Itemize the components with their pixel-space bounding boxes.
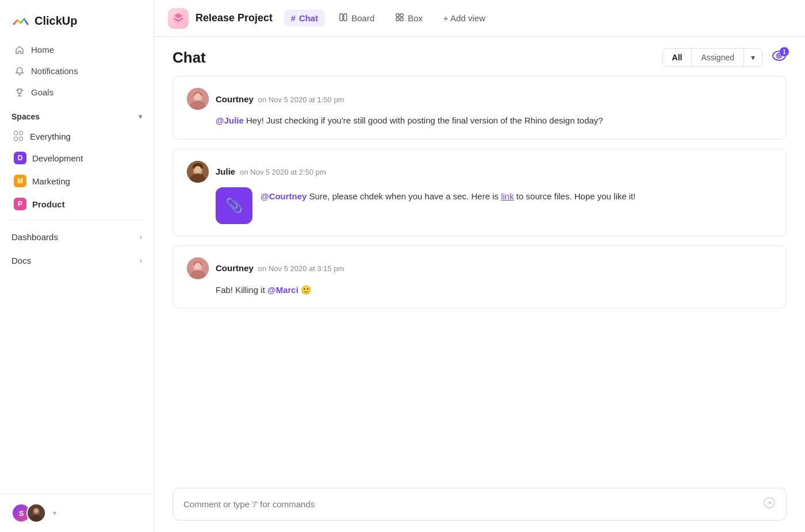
watch-button[interactable]: 1 bbox=[772, 49, 787, 65]
bell-icon bbox=[14, 67, 25, 76]
sidebar-item-home-label: Home bbox=[31, 45, 54, 55]
sidebar-item-notifications-label: Notifications bbox=[31, 66, 78, 76]
docs-chevron-icon: › bbox=[140, 256, 142, 265]
svg-point-2 bbox=[31, 515, 41, 522]
product-icon: P bbox=[14, 198, 26, 210]
message-3-text-part1: Fab! Killing it bbox=[216, 285, 267, 295]
message-1-header: Courtney on Nov 5 2020 at 1:50 pm bbox=[187, 88, 772, 110]
add-view-label: + Add view bbox=[443, 13, 485, 23]
message-2-time: on Nov 5 2020 at 2:50 pm bbox=[240, 168, 326, 176]
everything-icon bbox=[14, 131, 24, 141]
message-3-author: Courtney bbox=[216, 263, 254, 273]
docs-label: Docs bbox=[12, 256, 31, 265]
spaces-section-header[interactable]: Spaces ▾ bbox=[0, 103, 154, 126]
filter-assigned-button[interactable]: Assigned bbox=[692, 49, 744, 66]
sidebar-item-everything[interactable]: Everything bbox=[2, 126, 151, 147]
logo-area: ClickUp bbox=[0, 0, 154, 39]
watch-badge: 1 bbox=[780, 47, 789, 56]
development-icon: D bbox=[14, 152, 26, 164]
sidebar-item-notifications[interactable]: Notifications bbox=[7, 60, 147, 82]
message-3-avatar bbox=[187, 257, 209, 279]
message-2-author: Julie bbox=[216, 167, 235, 176]
sidebar-item-product-label: Product bbox=[32, 199, 65, 209]
filter-dropdown-button[interactable]: ▾ bbox=[744, 49, 762, 66]
send-icon bbox=[763, 496, 776, 512]
message-2-avatar bbox=[187, 161, 209, 183]
svg-rect-7 bbox=[400, 14, 403, 17]
message-2-link[interactable]: link bbox=[501, 191, 514, 201]
comment-input[interactable] bbox=[183, 499, 763, 509]
message-2-text-part2: to source files. Hope you like it! bbox=[516, 191, 636, 201]
chat-header: Chat All Assigned ▾ 1 bbox=[154, 37, 805, 76]
message-2-body: 📎 @Courtney Sure, please chdek when you … bbox=[187, 187, 772, 224]
filter-chevron-icon: ▾ bbox=[751, 53, 755, 62]
svg-rect-5 bbox=[344, 14, 347, 21]
message-1: Courtney on Nov 5 2020 at 1:50 pm @Julie… bbox=[172, 76, 787, 140]
message-1-meta: Courtney on Nov 5 2020 at 1:50 pm bbox=[216, 94, 344, 104]
avatar-user-b bbox=[26, 503, 46, 523]
filter-group: All Assigned ▾ bbox=[662, 48, 762, 67]
filter-all-button[interactable]: All bbox=[663, 49, 692, 66]
sidebar-item-goals-label: Goals bbox=[31, 87, 53, 97]
board-tab-label: Board bbox=[351, 13, 374, 23]
topbar: Release Project # Chat Board bbox=[154, 0, 805, 37]
sidebar-item-docs[interactable]: Docs › bbox=[0, 249, 154, 272]
svg-rect-9 bbox=[400, 18, 403, 21]
svg-point-22 bbox=[194, 166, 201, 173]
add-view-button[interactable]: + Add view bbox=[436, 10, 492, 26]
marketing-icon: M bbox=[14, 175, 26, 187]
sidebar-item-home[interactable]: Home bbox=[7, 39, 147, 60]
sidebar-item-marketing[interactable]: M Marketing bbox=[2, 169, 151, 192]
sidebar-nav: Home Notifications Goals bbox=[0, 39, 154, 103]
svg-point-27 bbox=[194, 263, 201, 269]
user-menu-chevron-icon: ▾ bbox=[53, 509, 56, 517]
spaces-label: Spaces bbox=[12, 112, 40, 121]
box-tab-icon bbox=[395, 13, 404, 24]
sidebar-bottom: S ▾ bbox=[0, 494, 154, 532]
comment-bar bbox=[154, 479, 805, 532]
sidebar-divider bbox=[9, 220, 144, 221]
sidebar-item-product[interactable]: P Product bbox=[2, 192, 151, 215]
message-1-author: Courtney bbox=[216, 94, 254, 104]
tab-chat[interactable]: # Chat bbox=[284, 10, 325, 26]
chat-tab-icon: # bbox=[291, 14, 296, 23]
message-3-time: on Nov 5 2020 at 3:15 pm bbox=[258, 264, 344, 273]
message-1-mention: @Julie bbox=[216, 115, 244, 125]
chat-title: Chat bbox=[172, 49, 206, 67]
svg-rect-6 bbox=[396, 14, 399, 17]
sidebar-item-dashboards[interactable]: Dashboards › bbox=[0, 225, 154, 249]
home-icon bbox=[14, 45, 25, 55]
message-1-body: @Julie Hey! Just checking if you're stil… bbox=[187, 114, 772, 128]
user-avatars[interactable]: S bbox=[12, 503, 46, 523]
trophy-icon bbox=[14, 88, 25, 97]
message-3-meta: Courtney on Nov 5 2020 at 3:15 pm bbox=[216, 263, 344, 273]
spaces-chevron-icon: ▾ bbox=[139, 113, 142, 121]
sidebar-item-goals[interactable]: Goals bbox=[7, 82, 147, 103]
message-1-avatar bbox=[187, 88, 209, 110]
box-tab-label: Box bbox=[408, 13, 423, 23]
svg-rect-4 bbox=[340, 14, 343, 21]
message-3-header: Courtney on Nov 5 2020 at 3:15 pm bbox=[187, 257, 772, 279]
message-2: Julie on Nov 5 2020 at 2:50 pm 📎 @Courtn… bbox=[172, 149, 787, 236]
clickup-logo-icon bbox=[12, 11, 30, 30]
svg-point-3 bbox=[34, 508, 39, 513]
sidebar-item-development[interactable]: D Development bbox=[2, 147, 151, 169]
project-icon bbox=[168, 8, 189, 29]
message-1-time: on Nov 5 2020 at 1:50 pm bbox=[258, 95, 344, 104]
sidebar-item-development-label: Development bbox=[32, 153, 83, 163]
tab-box[interactable]: Box bbox=[388, 9, 430, 27]
messages-list: Courtney on Nov 5 2020 at 1:50 pm @Julie… bbox=[154, 76, 805, 479]
chat-tab-label: Chat bbox=[299, 13, 318, 23]
comment-input-wrapper bbox=[172, 488, 787, 521]
sidebar-item-marketing-label: Marketing bbox=[32, 176, 70, 186]
logo-text: ClickUp bbox=[34, 14, 77, 28]
dashboards-chevron-icon: › bbox=[140, 233, 142, 241]
message-3: Courtney on Nov 5 2020 at 3:15 pm Fab! K… bbox=[172, 245, 787, 309]
message-3-body: Fab! Killing it @Marci 🙂 bbox=[187, 284, 772, 297]
svg-point-12 bbox=[778, 55, 780, 57]
project-title: Release Project bbox=[195, 12, 273, 24]
main-content: Release Project # Chat Board bbox=[154, 0, 805, 532]
tab-board[interactable]: Board bbox=[332, 9, 381, 27]
message-2-text: @Courtney Sure, please chdek when you ha… bbox=[260, 187, 635, 203]
message-2-meta: Julie on Nov 5 2020 at 2:50 pm bbox=[216, 167, 326, 176]
